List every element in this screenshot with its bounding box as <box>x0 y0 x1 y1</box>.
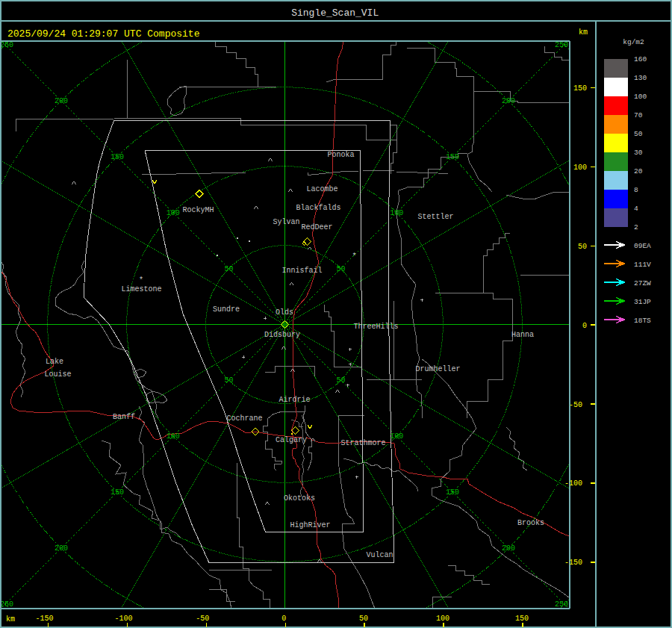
svg-text:250: 250 <box>555 600 568 609</box>
svg-text:Airdrie: Airdrie <box>279 396 310 404</box>
svg-text:4: 4 <box>634 205 638 213</box>
svg-text:0: 0 <box>281 615 286 623</box>
svg-text:150: 150 <box>515 615 529 623</box>
svg-text:km: km <box>579 28 588 37</box>
svg-text:-50: -50 <box>569 401 582 409</box>
svg-text:Stettler: Stettler <box>417 213 453 221</box>
svg-text:Ponoka: Ponoka <box>327 151 354 159</box>
svg-text:150: 150 <box>573 84 587 93</box>
svg-text:50: 50 <box>634 130 643 138</box>
svg-text:100: 100 <box>390 432 403 441</box>
svg-text:50: 50 <box>578 243 587 251</box>
svg-text:-150: -150 <box>35 615 53 623</box>
svg-text:50: 50 <box>336 376 345 385</box>
svg-text:100: 100 <box>167 209 180 217</box>
svg-text:200: 200 <box>55 97 68 105</box>
svg-text:Hanna: Hanna <box>511 331 534 339</box>
svg-text:Louise: Louise <box>44 370 71 379</box>
svg-text:30: 30 <box>634 149 643 157</box>
svg-text:-100: -100 <box>564 479 582 488</box>
svg-text:Brooks: Brooks <box>517 519 544 527</box>
svg-text:50: 50 <box>359 615 368 623</box>
svg-text:Calgary: Calgary <box>276 436 307 444</box>
svg-text:-100: -100 <box>114 615 132 623</box>
svg-text:RockyMH: RockyMH <box>182 206 214 214</box>
svg-text:Strathmore: Strathmore <box>340 439 385 447</box>
svg-text:HighRiver: HighRiver <box>290 521 330 529</box>
svg-text:27ZW: 27ZW <box>634 279 651 287</box>
svg-text:200: 200 <box>502 544 515 553</box>
svg-text:18TS: 18TS <box>634 317 651 325</box>
svg-text:150: 150 <box>446 488 459 497</box>
svg-text:20: 20 <box>634 167 643 175</box>
svg-text:*: * <box>352 252 356 261</box>
svg-text:*: * <box>139 276 143 285</box>
svg-text:kg/m2: kg/m2 <box>623 38 644 46</box>
svg-text:250: 250 <box>0 41 13 49</box>
svg-text:100: 100 <box>634 93 647 101</box>
svg-text:250: 250 <box>555 41 568 49</box>
svg-text:111V: 111V <box>634 261 651 269</box>
svg-text:Single_Scan_VIL: Single_Scan_VIL <box>291 7 379 19</box>
svg-text:70: 70 <box>634 111 643 119</box>
svg-text:Olds: Olds <box>276 308 293 317</box>
svg-text:Cochrane: Cochrane <box>226 414 262 423</box>
svg-text:130: 130 <box>634 74 647 82</box>
svg-text:100: 100 <box>390 209 403 217</box>
svg-text:Lake: Lake <box>46 358 63 366</box>
svg-text:Sylvan: Sylvan <box>273 218 299 226</box>
svg-text:8: 8 <box>634 186 638 194</box>
svg-text:Banff: Banff <box>113 413 135 421</box>
svg-text:Limestone: Limestone <box>121 285 161 293</box>
svg-text:Blackfalds: Blackfalds <box>296 204 340 212</box>
svg-text:200: 200 <box>502 97 515 105</box>
svg-text:RedDeer: RedDeer <box>301 223 332 231</box>
svg-text:0: 0 <box>582 322 587 330</box>
svg-text:100: 100 <box>573 164 587 172</box>
svg-text:100: 100 <box>167 432 180 441</box>
svg-text:Innisfail: Innisfail <box>281 267 322 275</box>
svg-text:Vulcan: Vulcan <box>366 551 393 559</box>
svg-text:100: 100 <box>436 615 449 623</box>
svg-text:250: 250 <box>0 600 13 609</box>
svg-text:km: km <box>6 615 15 624</box>
svg-text:50: 50 <box>225 376 234 385</box>
svg-text:31JP: 31JP <box>634 298 651 306</box>
svg-text:09EA: 09EA <box>634 242 651 250</box>
svg-text:Drumheller: Drumheller <box>415 365 460 373</box>
svg-text:Okotoks: Okotoks <box>284 494 315 503</box>
svg-text:200: 200 <box>55 544 68 553</box>
svg-text:ThreeHills: ThreeHills <box>353 323 398 331</box>
svg-text:-50: -50 <box>196 615 209 623</box>
svg-text:Didsbury: Didsbury <box>264 331 300 339</box>
svg-text:150: 150 <box>446 153 459 161</box>
svg-text:Sundre: Sundre <box>213 305 240 314</box>
svg-text:Lacombe: Lacombe <box>306 185 337 193</box>
svg-text:160: 160 <box>634 55 647 63</box>
svg-text:-150: -150 <box>564 559 582 567</box>
svg-text:50: 50 <box>336 265 345 273</box>
svg-text:2: 2 <box>634 223 638 231</box>
svg-text:50: 50 <box>225 265 234 273</box>
svg-text:150: 150 <box>111 153 124 161</box>
svg-text:150: 150 <box>111 488 124 497</box>
svg-text:2025/09/24 01:29:07 UTC Compos: 2025/09/24 01:29:07 UTC Composite <box>7 28 199 40</box>
